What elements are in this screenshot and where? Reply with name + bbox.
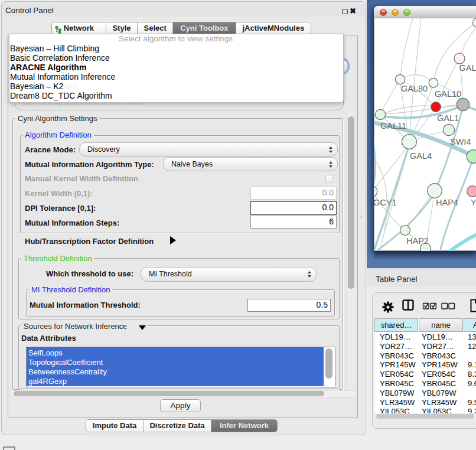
svg-text:GAL80: GAL80 [401,84,428,93]
svg-text:GAL10: GAL10 [435,89,461,99]
svg-text:GAL1: GAL1 [437,113,459,123]
svg-text:GAL11: GAL11 [380,121,406,131]
svg-text:GCY1: GCY1 [374,198,397,207]
svg-text:Y: Y [471,198,476,207]
svg-text:HAP2: HAP2 [406,236,429,246]
svg-text:GAL7: GAL7 [459,63,476,73]
svg-text:SWI4: SWI4 [450,137,471,146]
svg-text:HAP4: HAP4 [436,198,458,207]
svg-text:GAL4: GAL4 [410,151,432,161]
